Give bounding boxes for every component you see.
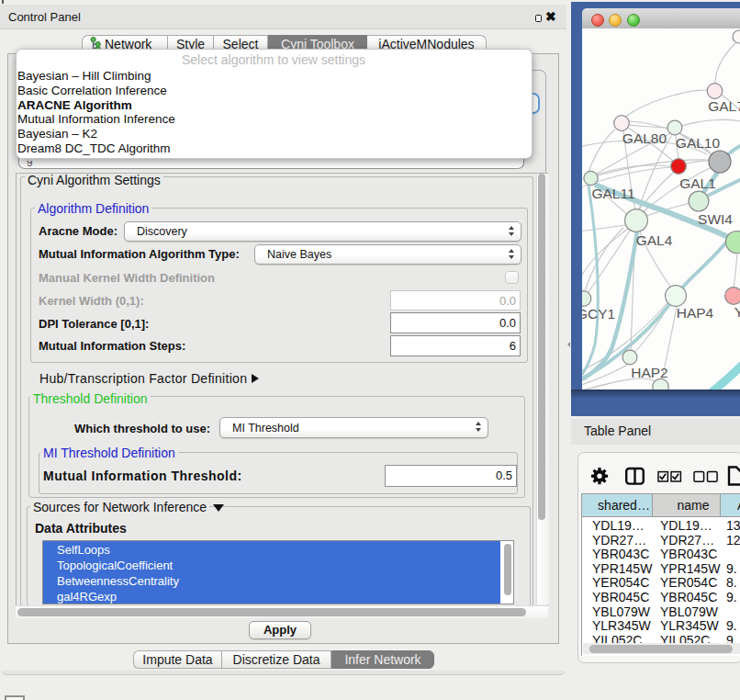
svg-text:GAL7: GAL7 bbox=[708, 98, 740, 114]
svg-text:Y: Y bbox=[734, 304, 740, 320]
svg-text:GAL80: GAL80 bbox=[622, 130, 667, 146]
svg-text:HAP4: HAP4 bbox=[677, 305, 714, 321]
svg-text:GAL1: GAL1 bbox=[679, 175, 716, 191]
svg-text:GAL10: GAL10 bbox=[676, 135, 721, 151]
svg-text:HAP2: HAP2 bbox=[631, 365, 668, 380]
svg-text:SWI4: SWI4 bbox=[698, 211, 733, 227]
svg-text:GAL11: GAL11 bbox=[591, 186, 634, 201]
svg-text:GAL4: GAL4 bbox=[636, 232, 673, 248]
svg-text:GCY1: GCY1 bbox=[582, 306, 615, 322]
